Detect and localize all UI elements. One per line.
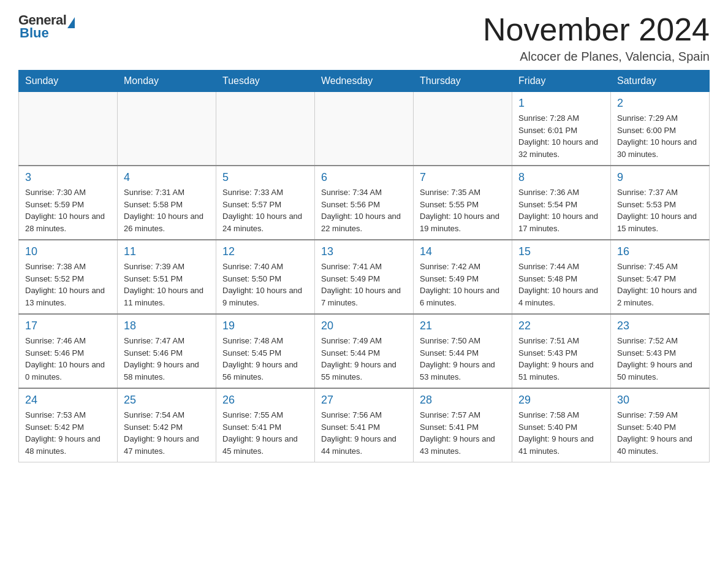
calendar-cell [315,92,414,166]
calendar-week-row: 24Sunrise: 7:53 AMSunset: 5:42 PMDayligh… [19,388,710,462]
day-info: Sunrise: 7:55 AMSunset: 5:41 PMDaylight:… [222,409,308,457]
calendar-cell: 27Sunrise: 7:56 AMSunset: 5:41 PMDayligh… [315,388,414,462]
calendar-cell: 29Sunrise: 7:58 AMSunset: 5:40 PMDayligh… [512,388,611,462]
day-info: Sunrise: 7:45 AMSunset: 5:47 PMDaylight:… [617,261,703,308]
day-info: Sunrise: 7:46 AMSunset: 5:46 PMDaylight:… [25,335,111,383]
day-info: Sunrise: 7:35 AMSunset: 5:55 PMDaylight:… [420,186,506,234]
calendar-cell: 17Sunrise: 7:46 AMSunset: 5:46 PMDayligh… [19,314,118,388]
weekday-header-friday: Friday [512,71,611,92]
logo-blue-text: Blue [20,25,49,41]
calendar-header-row: SundayMondayTuesdayWednesdayThursdayFrid… [19,71,710,92]
calendar-cell: 10Sunrise: 7:38 AMSunset: 5:52 PMDayligh… [19,240,118,314]
day-info: Sunrise: 7:52 AMSunset: 5:43 PMDaylight:… [617,335,703,383]
calendar-cell: 7Sunrise: 7:35 AMSunset: 5:55 PMDaylight… [414,166,512,240]
calendar-cell: 4Sunrise: 7:31 AMSunset: 5:58 PMDaylight… [118,166,216,240]
day-number: 25 [124,394,210,407]
calendar-cell: 2Sunrise: 7:29 AMSunset: 6:00 PMDaylight… [611,92,710,166]
weekday-header-tuesday: Tuesday [216,71,315,92]
day-info: Sunrise: 7:49 AMSunset: 5:44 PMDaylight:… [321,335,407,383]
calendar-table: SundayMondayTuesdayWednesdayThursdayFrid… [18,70,710,462]
day-number: 21 [420,320,506,332]
day-info: Sunrise: 7:36 AMSunset: 5:54 PMDaylight:… [518,186,604,234]
location-title: Alcocer de Planes, Valencia, Spain [483,50,710,64]
calendar-cell: 30Sunrise: 7:59 AMSunset: 5:40 PMDayligh… [611,388,710,462]
day-number: 5 [222,171,308,184]
calendar-cell: 9Sunrise: 7:37 AMSunset: 5:53 PMDaylight… [611,166,710,240]
month-title: November 2024 [483,12,710,47]
day-info: Sunrise: 7:39 AMSunset: 5:51 PMDaylight:… [124,261,210,308]
day-info: Sunrise: 7:42 AMSunset: 5:49 PMDaylight:… [420,261,506,308]
calendar-cell: 15Sunrise: 7:44 AMSunset: 5:48 PMDayligh… [512,240,611,314]
calendar-cell [216,92,315,166]
weekday-header-wednesday: Wednesday [315,71,414,92]
calendar-cell: 25Sunrise: 7:54 AMSunset: 5:42 PMDayligh… [118,388,216,462]
weekday-header-sunday: Sunday [19,71,118,92]
calendar-cell: 8Sunrise: 7:36 AMSunset: 5:54 PMDaylight… [512,166,611,240]
day-number: 24 [25,394,111,407]
day-number: 20 [321,320,407,332]
calendar-cell: 28Sunrise: 7:57 AMSunset: 5:41 PMDayligh… [414,388,512,462]
day-number: 22 [518,320,604,332]
day-info: Sunrise: 7:51 AMSunset: 5:43 PMDaylight:… [518,335,604,383]
weekday-header-saturday: Saturday [611,71,710,92]
calendar-cell: 6Sunrise: 7:34 AMSunset: 5:56 PMDaylight… [315,166,414,240]
calendar-week-row: 17Sunrise: 7:46 AMSunset: 5:46 PMDayligh… [19,314,710,388]
day-number: 27 [321,394,407,407]
calendar-cell: 22Sunrise: 7:51 AMSunset: 5:43 PMDayligh… [512,314,611,388]
calendar-cell [118,92,216,166]
calendar-cell: 18Sunrise: 7:47 AMSunset: 5:46 PMDayligh… [118,314,216,388]
day-info: Sunrise: 7:56 AMSunset: 5:41 PMDaylight:… [321,409,407,457]
day-info: Sunrise: 7:34 AMSunset: 5:56 PMDaylight:… [321,186,407,234]
day-number: 17 [25,320,111,332]
day-number: 12 [222,245,308,258]
day-number: 9 [617,171,703,184]
calendar-week-row: 10Sunrise: 7:38 AMSunset: 5:52 PMDayligh… [19,240,710,314]
day-number: 26 [222,394,308,407]
day-number: 2 [617,97,703,110]
day-number: 29 [518,394,604,407]
calendar-cell: 23Sunrise: 7:52 AMSunset: 5:43 PMDayligh… [611,314,710,388]
calendar-cell: 20Sunrise: 7:49 AMSunset: 5:44 PMDayligh… [315,314,414,388]
day-number: 3 [25,171,111,184]
day-info: Sunrise: 7:33 AMSunset: 5:57 PMDaylight:… [222,186,308,234]
day-number: 7 [420,171,506,184]
day-number: 14 [420,245,506,258]
title-block: November 2024 Alcocer de Planes, Valenci… [483,12,710,64]
day-info: Sunrise: 7:53 AMSunset: 5:42 PMDaylight:… [25,409,111,457]
day-info: Sunrise: 7:50 AMSunset: 5:44 PMDaylight:… [420,335,506,383]
day-number: 1 [518,97,604,110]
day-info: Sunrise: 7:28 AMSunset: 6:01 PMDaylight:… [518,112,604,160]
day-number: 10 [25,245,111,258]
day-info: Sunrise: 7:48 AMSunset: 5:45 PMDaylight:… [222,335,308,383]
day-info: Sunrise: 7:30 AMSunset: 5:59 PMDaylight:… [25,186,111,234]
calendar-cell [19,92,118,166]
day-number: 6 [321,171,407,184]
day-number: 19 [222,320,308,332]
calendar-cell: 1Sunrise: 7:28 AMSunset: 6:01 PMDaylight… [512,92,611,166]
day-info: Sunrise: 7:29 AMSunset: 6:00 PMDaylight:… [617,112,703,160]
day-number: 15 [518,245,604,258]
calendar-cell: 12Sunrise: 7:40 AMSunset: 5:50 PMDayligh… [216,240,315,314]
calendar-week-row: 3Sunrise: 7:30 AMSunset: 5:59 PMDaylight… [19,166,710,240]
calendar-cell: 26Sunrise: 7:55 AMSunset: 5:41 PMDayligh… [216,388,315,462]
calendar-cell: 16Sunrise: 7:45 AMSunset: 5:47 PMDayligh… [611,240,710,314]
day-info: Sunrise: 7:38 AMSunset: 5:52 PMDaylight:… [25,261,111,308]
day-info: Sunrise: 7:44 AMSunset: 5:48 PMDaylight:… [518,261,604,308]
day-info: Sunrise: 7:58 AMSunset: 5:40 PMDaylight:… [518,409,604,457]
day-info: Sunrise: 7:41 AMSunset: 5:49 PMDaylight:… [321,261,407,308]
logo-triangle-icon [67,17,75,28]
day-info: Sunrise: 7:59 AMSunset: 5:40 PMDaylight:… [617,409,703,457]
calendar-cell: 19Sunrise: 7:48 AMSunset: 5:45 PMDayligh… [216,314,315,388]
calendar-cell [414,92,512,166]
day-number: 23 [617,320,703,332]
calendar-cell: 5Sunrise: 7:33 AMSunset: 5:57 PMDaylight… [216,166,315,240]
day-number: 11 [124,245,210,258]
page-header: General Blue November 2024 Alcocer de Pl… [18,12,710,64]
day-number: 28 [420,394,506,407]
day-number: 30 [617,394,703,407]
weekday-header-monday: Monday [118,71,216,92]
calendar-cell: 13Sunrise: 7:41 AMSunset: 5:49 PMDayligh… [315,240,414,314]
weekday-header-thursday: Thursday [414,71,512,92]
day-number: 13 [321,245,407,258]
day-number: 18 [124,320,210,332]
